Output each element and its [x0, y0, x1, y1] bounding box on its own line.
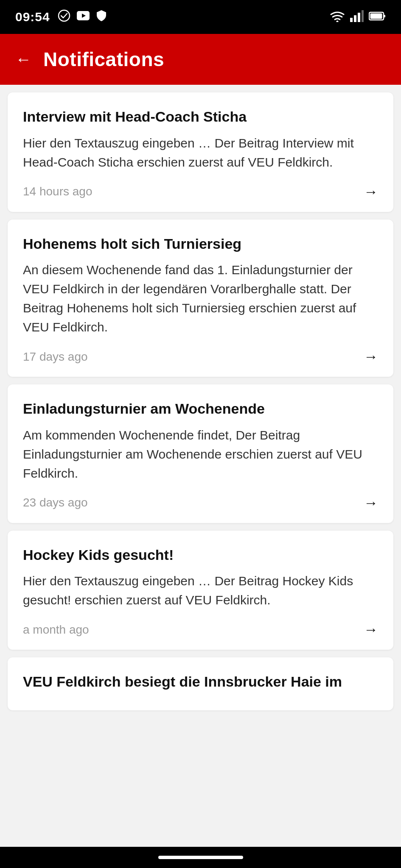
signal-icon	[350, 10, 364, 24]
svg-point-0	[59, 10, 70, 21]
bottom-bar	[0, 847, 401, 868]
card-time: 14 hours ago	[23, 185, 92, 198]
card-time: 17 days ago	[23, 350, 88, 364]
svg-rect-10	[370, 14, 382, 19]
card-footer: 14 hours ago →	[23, 184, 378, 200]
page-title: Notifications	[43, 48, 164, 71]
card-title: Hockey Kids gesucht!	[23, 546, 378, 564]
checkmark-icon	[58, 9, 70, 25]
card-arrow-icon[interactable]: →	[364, 621, 378, 638]
svg-rect-6	[358, 13, 360, 22]
card-body: Hier den Textauszug eingeben … Der Beitr…	[23, 134, 378, 172]
svg-rect-7	[362, 10, 364, 22]
card-title: Einladungsturnier am Wochenende	[23, 400, 378, 418]
status-bar-right	[330, 10, 386, 24]
card-body: An diesem Wochenende fand das 1. Einladu…	[23, 260, 378, 337]
status-time: 09:54	[15, 10, 50, 24]
card-title: Interview mit Head-Coach Sticha	[23, 108, 378, 126]
notification-card[interactable]: Hohenems holt sich Turniersieg An diesem…	[8, 220, 393, 377]
notification-card[interactable]: Einladungsturnier am Wochenende Am komme…	[8, 384, 393, 523]
status-bar: 09:54	[0, 0, 401, 34]
card-title: Hohenems holt sich Turniersieg	[23, 235, 378, 253]
notification-card[interactable]: VEU Feldkirch besiegt die Innsbrucker Ha…	[8, 657, 393, 710]
card-arrow-icon[interactable]: →	[364, 348, 378, 365]
card-footer: 17 days ago →	[23, 348, 378, 365]
card-arrow-icon[interactable]: →	[364, 184, 378, 200]
shield-icon	[96, 9, 107, 25]
svg-point-3	[337, 21, 339, 22]
bottom-indicator	[158, 856, 243, 859]
card-title: VEU Feldkirch besiegt die Innsbrucker Ha…	[23, 673, 378, 691]
app-header: ← Notifications	[0, 34, 401, 85]
card-time: 23 days ago	[23, 496, 88, 509]
battery-icon	[369, 11, 386, 23]
status-bar-left: 09:54	[15, 9, 107, 25]
card-footer: a month ago →	[23, 621, 378, 638]
card-time: a month ago	[23, 623, 89, 637]
card-arrow-icon[interactable]: →	[364, 495, 378, 511]
wifi-icon	[330, 10, 345, 24]
status-icons	[58, 9, 107, 25]
card-body: Am kommenden Wochenende findet, Der Beit…	[23, 426, 378, 483]
svg-rect-5	[354, 15, 356, 22]
card-footer: 23 days ago →	[23, 495, 378, 511]
svg-rect-9	[384, 15, 385, 17]
notifications-list: Interview mit Head-Coach Sticha Hier den…	[0, 85, 401, 744]
notification-card[interactable]: Hockey Kids gesucht! Hier den Textauszug…	[8, 531, 393, 650]
notification-card[interactable]: Interview mit Head-Coach Sticha Hier den…	[8, 92, 393, 212]
back-button[interactable]: ←	[15, 51, 31, 67]
card-body: Hier den Textauszug eingeben … Der Beitr…	[23, 571, 378, 609]
youtube-icon	[76, 11, 90, 23]
svg-rect-4	[350, 18, 353, 22]
